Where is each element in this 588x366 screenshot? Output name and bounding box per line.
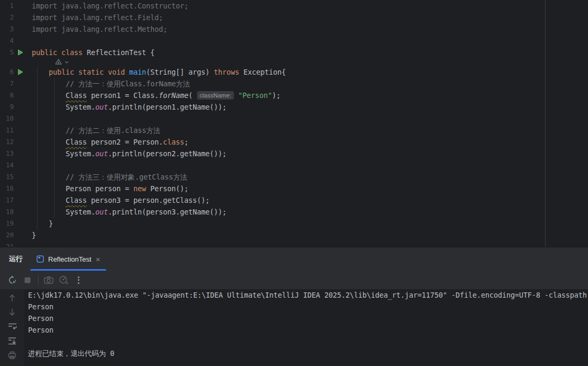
- editor-gutter-cell[interactable]: 14: [0, 159, 32, 171]
- code-line: 1import java.lang.reflect.Constructor;: [0, 0, 588, 12]
- code-line: 4: [0, 35, 588, 47]
- editor-gutter-cell[interactable]: 13: [0, 148, 32, 159]
- editor-gutter-cell[interactable]: 6: [0, 66, 32, 78]
- ai-inlay-icon[interactable]: [55, 59, 62, 66]
- code-text: }: [32, 218, 53, 229]
- indent-guide: [54, 78, 55, 218]
- code-token: public static void: [49, 68, 125, 76]
- code-token: System.: [32, 149, 95, 158]
- editor-gutter-cell[interactable]: 1: [0, 0, 32, 12]
- line-number: 20: [6, 229, 14, 241]
- tool-window-title: 运行: [9, 254, 23, 264]
- code-token: forName: [159, 91, 188, 100]
- editor-gutter-cell[interactable]: 12: [0, 136, 32, 148]
- code-token: .println(person2.getName());: [108, 149, 227, 158]
- printer-icon: [8, 351, 16, 359]
- rerun-icon: [8, 275, 17, 285]
- code-line: 3import java.lang.reflect.Method;: [0, 23, 588, 35]
- code-token: out: [95, 103, 108, 111]
- editor-gutter-cell[interactable]: 17: [0, 194, 32, 206]
- editor-gutter-cell[interactable]: 9: [0, 101, 32, 113]
- editor-gutter-cell[interactable]: 10: [0, 113, 32, 124]
- editor-gutter-cell[interactable]: 4: [0, 35, 32, 47]
- code-token: Class: [66, 138, 87, 146]
- code-token: out: [95, 149, 108, 158]
- line-number: 2: [10, 12, 14, 23]
- print-button[interactable]: [7, 350, 17, 360]
- rerun-button[interactable]: [7, 274, 19, 286]
- code-text: }: [32, 229, 36, 241]
- line-number: 5: [10, 47, 14, 58]
- chevron-down-icon[interactable]: [65, 61, 69, 64]
- editor-gutter-cell[interactable]: 21: [0, 241, 32, 247]
- code-token: );: [272, 91, 281, 100]
- more-options-button[interactable]: [73, 274, 84, 286]
- code-token: import java.lang.reflect.Method;: [32, 25, 167, 33]
- code-text: System.out.println(person3.getName());: [32, 206, 227, 218]
- line-number: 10: [6, 113, 14, 124]
- run-gutter-icon[interactable]: [17, 49, 23, 56]
- code-line: 15 // 方法三：使用对象.getClass方法: [0, 171, 588, 183]
- code-token: Class: [66, 91, 87, 100]
- code-token: ReflectionTest {: [83, 48, 155, 57]
- code-text: // 方法一：使用Class.forName方法: [32, 78, 190, 90]
- run-toolbar: [0, 271, 588, 289]
- stop-button[interactable]: [22, 274, 33, 286]
- up-arrow-icon: [8, 294, 16, 302]
- code-token: [234, 91, 238, 100]
- editor-gutter-cell[interactable]: 20: [0, 229, 32, 241]
- kebab-icon: [78, 276, 79, 284]
- code-token: }: [32, 231, 36, 239]
- profiler-button[interactable]: [58, 274, 69, 286]
- code-line: 18 System.out.println(person3.getName())…: [0, 206, 588, 218]
- run-gutter-icon[interactable]: [17, 69, 23, 75]
- gauge-icon: [59, 275, 69, 284]
- editor-gutter-cell[interactable]: 15: [0, 171, 32, 183]
- editor-gutter-cell[interactable]: 18: [0, 206, 32, 218]
- line-number: 1: [10, 0, 14, 12]
- close-icon[interactable]: ×: [96, 255, 101, 263]
- code-text: // 方法三：使用对象.getClass方法: [32, 171, 187, 183]
- capture-snapshot-button[interactable]: [43, 274, 55, 286]
- console-output[interactable]: E:\jdk17.0.12\bin\java.exe "-javaagent:E…: [24, 289, 588, 366]
- code-token: .println(person1.getName());: [108, 103, 227, 111]
- down-arrow-button[interactable]: [7, 307, 17, 317]
- console-line: Person: [28, 313, 588, 324]
- code-token: // 方法一：使用Class.forName方法: [66, 79, 190, 88]
- soft-wrap-button[interactable]: [7, 322, 17, 331]
- editor-gutter-cell[interactable]: 7: [0, 78, 32, 90]
- code-line: 14: [0, 159, 588, 171]
- line-number: 16: [6, 183, 14, 194]
- editor-gutter-cell[interactable]: 8: [0, 90, 32, 101]
- editor-gutter-cell[interactable]: 16: [0, 183, 32, 194]
- tab-reflectiontest[interactable]: ReflectionTest ×: [30, 247, 106, 271]
- line-number: 13: [6, 148, 14, 159]
- line-number: 19: [6, 218, 14, 229]
- code-editor[interactable]: 1import java.lang.reflect.Constructor;2i…: [0, 0, 588, 247]
- up-arrow-button[interactable]: [7, 293, 17, 302]
- process-exit-message: 进程已结束，退出代码为 0: [28, 347, 588, 359]
- console-gutter-toolbar: [0, 289, 24, 366]
- scroll-to-end-icon: [8, 337, 16, 345]
- code-line: 19 }: [0, 218, 588, 229]
- scroll-to-end-button[interactable]: [7, 336, 17, 345]
- line-number: 15: [6, 171, 14, 183]
- code-token: Person person =: [32, 184, 133, 193]
- code-token: throws: [214, 68, 239, 76]
- code-token: person1 = Class.: [87, 91, 159, 100]
- editor-gutter-cell[interactable]: 5: [0, 47, 32, 58]
- editor-gutter-cell[interactable]: 19: [0, 218, 32, 229]
- code-text: System.out.println(person1.getName());: [32, 101, 227, 113]
- code-line: 12 Class person2 = Person.class;: [0, 136, 588, 148]
- code-token: [125, 68, 129, 76]
- editor-gutter-cell[interactable]: 2: [0, 12, 32, 23]
- console-blank-line: [28, 336, 588, 347]
- console-program-output: PersonPersonPerson: [28, 301, 588, 336]
- line-number: 9: [10, 101, 14, 113]
- code-token: Class: [66, 196, 87, 204]
- line-number: 7: [10, 78, 14, 90]
- code-token: System.: [32, 103, 95, 111]
- editor-gutter-cell[interactable]: 11: [0, 124, 32, 136]
- editor-gutter-cell[interactable]: 3: [0, 23, 32, 35]
- ide-window: 1import java.lang.reflect.Constructor;2i…: [0, 0, 588, 366]
